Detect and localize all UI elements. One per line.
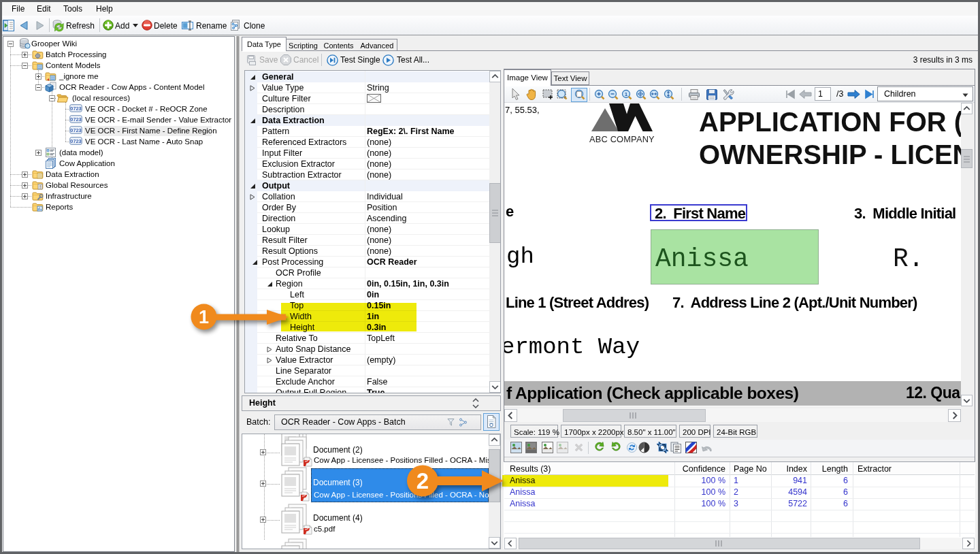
svg-text:0723: 0723 bbox=[70, 105, 81, 112]
svg-text:0723: 0723 bbox=[70, 127, 81, 133]
svg-text:1: 1 bbox=[199, 307, 209, 327]
svg-text:0723: 0723 bbox=[70, 138, 81, 144]
svg-text:!: ! bbox=[39, 184, 41, 189]
svg-text:1: 1 bbox=[625, 91, 628, 97]
svg-text:2: 2 bbox=[416, 468, 429, 493]
svg-text:0723: 0723 bbox=[70, 116, 81, 123]
